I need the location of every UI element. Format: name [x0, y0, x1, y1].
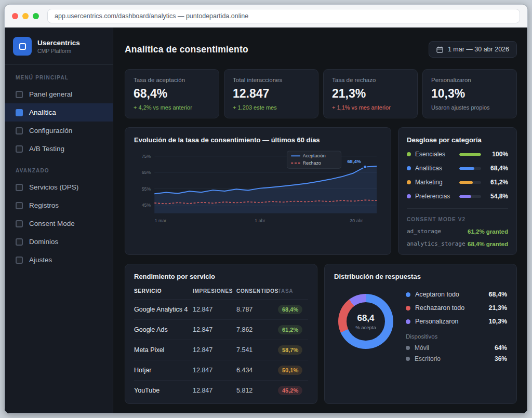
- y-tick: 75%: [142, 154, 151, 159]
- rate-badge: 61,2%: [278, 325, 302, 334]
- donut-center: 68,4 % acepta: [347, 302, 385, 341]
- category-dot: [407, 180, 411, 184]
- usercentrics-logo-icon: [13, 37, 32, 56]
- kpi-delta: + 4,2% vs mes anterior: [134, 104, 210, 111]
- rate-badge: 45,2%: [278, 386, 302, 395]
- close-window-button[interactable]: [12, 13, 18, 19]
- nav-section-advanced-label: AVANZADO: [5, 158, 113, 178]
- consent-mode-label: CONSENT MODE V2: [407, 217, 508, 222]
- kpi-value: 68,4%: [134, 87, 210, 101]
- kpi-value: 21,3%: [332, 87, 409, 101]
- kpi-customized: Personalizaron 10,3% Usaron ajustes prop…: [422, 69, 517, 118]
- sidebar-item-configuracion[interactable]: Configuración: [5, 122, 113, 140]
- consent-mode-row-ad-storage: ad_storage 61,2% granted: [407, 228, 508, 235]
- domains-icon: [16, 238, 23, 246]
- sidebar-item-analitica[interactable]: Analítica: [5, 103, 113, 122]
- device-dot: [406, 346, 410, 350]
- page-title: Analítica de consentimiento: [125, 44, 248, 55]
- category-row-marketing: Marketing 61,2%: [407, 179, 508, 186]
- category-row-analiticas: Analíticas 68,4%: [407, 165, 508, 172]
- y-tick: 65%: [142, 170, 151, 175]
- devices-label: Dispositivos: [406, 333, 507, 340]
- kpi-delta: + 1.203 este mes: [233, 104, 310, 111]
- peak-label: 68,4%: [347, 159, 361, 164]
- category-bar: [459, 195, 481, 198]
- brand-name: Usercentrics: [37, 39, 80, 47]
- device-row-movil: Móvil 64%: [406, 344, 507, 352]
- settings-icon: [16, 127, 23, 134]
- main-content: Analítica de consentimiento 1 mar — 30 a…: [113, 28, 527, 413]
- x-tick: 1 mar: [155, 218, 167, 223]
- chart-legend: Aceptación Rechazo: [287, 151, 341, 168]
- nav-section-main-label: MENÚ PRINCIPAL: [5, 65, 113, 85]
- category-row-preferencias: Preferencias 54,8%: [407, 193, 508, 200]
- legend-dot: [406, 292, 410, 297]
- sidebar-item-ajustes[interactable]: Ajustes: [5, 251, 113, 269]
- logs-icon: [16, 202, 23, 209]
- legend-item-accepted: Aceptaron todo 68,4%: [406, 291, 507, 298]
- adjustments-icon: [16, 257, 23, 264]
- x-tick: 1 abr: [255, 218, 265, 223]
- url-text: app.usercentrics.com/dashboard/analytics…: [55, 12, 248, 20]
- trend-chart-title: Evolución de la tasa de consentimiento —…: [134, 136, 382, 144]
- table-row: Google Ads 12.847 7.862 61,2%: [134, 319, 308, 340]
- category-bar: [459, 167, 481, 170]
- divider: [407, 208, 508, 209]
- legend-acceptance-label: Aceptación: [303, 153, 326, 158]
- category-row-esenciales: Esenciales 100%: [407, 151, 508, 158]
- y-tick: 55%: [142, 186, 151, 192]
- kpi-value: 10,3%: [431, 87, 508, 101]
- acceptance-area: [154, 166, 377, 213]
- service-performance-title: Rendimiento por servicio: [134, 273, 308, 280]
- trend-chart-card: Evolución de la tasa de consentimiento —…: [125, 127, 391, 255]
- table-row: YouTube 12.847 5.812 45,2%: [134, 380, 308, 400]
- sidebar-item-consent-mode[interactable]: Consent Mode: [5, 214, 113, 233]
- category-bar: [459, 181, 481, 184]
- consent-trend-chart: 75% 65% 55% 45% 68,4%: [134, 150, 382, 226]
- device-dot: [406, 357, 410, 361]
- sidebar-item-ab-testing[interactable]: A/B Testing: [5, 140, 113, 158]
- response-distribution-card: Distribución de respuestas 68,4 % acepta: [324, 264, 517, 404]
- category-breakdown-card: Desglose por categoría Esenciales 100% A…: [398, 127, 517, 255]
- table-row: Hotjar 12.847 6.434 50,1%: [134, 360, 308, 380]
- sidebar-item-servicios-dps[interactable]: Servicios (DPS): [5, 178, 113, 196]
- date-range-label: 1 mar — 30 abr 2026: [448, 46, 509, 53]
- consent-mode-row-analytics-storage: analytics_storage 68,4% granted: [407, 240, 508, 247]
- response-distribution-title: Distribución de respuestas: [334, 273, 507, 280]
- rate-badge: 68,4%: [278, 305, 302, 314]
- category-breakdown-title: Desglose por categoría: [407, 136, 508, 144]
- sidebar-item-dominios[interactable]: Dominios: [5, 233, 113, 251]
- legend-dot: [406, 306, 410, 311]
- date-range-button[interactable]: 1 mar — 30 abr 2026: [429, 41, 517, 58]
- legend-item-rejected: Rechazaron todo 21,3%: [406, 304, 507, 312]
- y-tick: 45%: [142, 203, 151, 208]
- kpi-value: 12.847: [233, 87, 310, 101]
- table-row: Meta Pixel 12.847 7.541 58,7%: [134, 340, 308, 360]
- x-tick: 30 abr: [350, 218, 363, 223]
- brand-subtitle: CMP Platform: [37, 48, 80, 54]
- legend-item-customized: Personalizaron 10,3%: [406, 318, 507, 325]
- minimize-window-button[interactable]: [22, 13, 29, 19]
- address-bar[interactable]: app.usercentrics.com/dashboard/analytics…: [47, 9, 520, 23]
- browser-window: app.usercentrics.com/dashboard/analytics…: [4, 4, 528, 414]
- kpi-acceptance-rate: Tasa de aceptación 68,4% + 4,2% vs mes a…: [125, 69, 219, 118]
- category-bar: [459, 153, 481, 156]
- sidebar-item-panel-general[interactable]: Panel general: [5, 85, 113, 103]
- services-icon: [16, 184, 23, 191]
- distribution-legend: Aceptaron todo 68,4% Rechazaron todo 21,…: [406, 290, 507, 362]
- maximize-window-button[interactable]: [33, 13, 39, 19]
- kpi-rejection-rate: Tasa de rechazo 21,3% + 1,1% vs mes ante…: [323, 69, 418, 118]
- category-dot: [407, 166, 411, 170]
- rate-badge: 58,7%: [278, 345, 302, 355]
- kpi-row: Tasa de aceptación 68,4% + 4,2% vs mes a…: [125, 69, 517, 118]
- donut-wrap: 68,4 % acepta: [338, 294, 393, 349]
- device-row-escritorio: Escritorio 36%: [406, 355, 507, 362]
- ab-testing-icon: [16, 145, 23, 153]
- legend-dot: [406, 319, 410, 324]
- category-dot: [407, 152, 411, 156]
- kpi-delta: Usaron ajustes propios: [431, 104, 508, 111]
- sidebar-item-registros[interactable]: Registros: [5, 196, 113, 214]
- peak-dot: [363, 165, 367, 169]
- browser-topbar: app.usercentrics.com/dashboard/analytics…: [5, 5, 527, 28]
- calendar-icon: [436, 46, 443, 53]
